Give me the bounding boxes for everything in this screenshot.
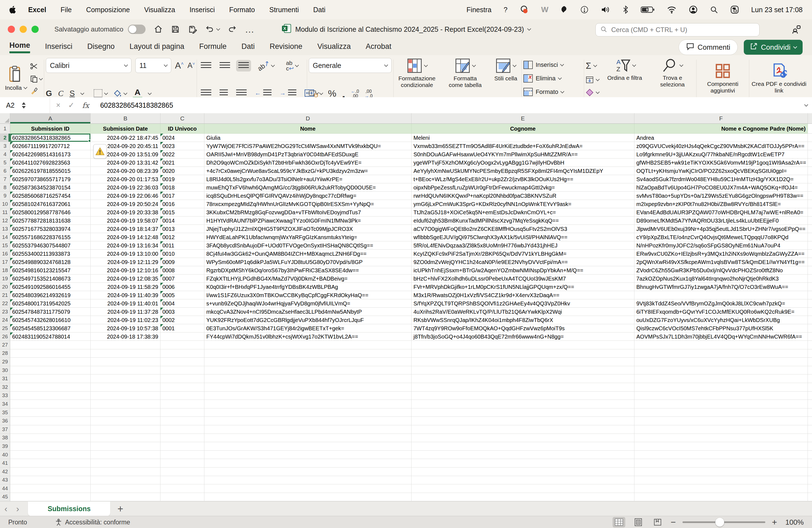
cell[interactable]: Giulia — [204, 134, 411, 142]
cell[interactable]: L8RlJ4d0L5ls2gxvfu7o3ADu/3TsiOlNelr+auUY… — [204, 175, 411, 184]
row-number[interactable]: 4 — [0, 150, 10, 159]
cell[interactable]: 6025571686228376155 — [10, 233, 91, 241]
cell[interactable] — [91, 341, 160, 349]
row-number[interactable]: 15 — [0, 241, 10, 250]
cell[interactable] — [808, 275, 812, 283]
menu-item-dati[interactable]: Dati — [313, 6, 325, 14]
cell[interactable] — [808, 468, 812, 476]
share-profile-icon[interactable] — [792, 25, 801, 34]
cell[interactable]: 9Vtj83kTddZ4Seo/VVfBrymOZgJmQ0okJ8LlXC9c… — [634, 299, 808, 308]
font-size-select[interactable]: 11 — [135, 58, 171, 73]
column-header-b[interactable]: B — [91, 113, 160, 124]
cell[interactable]: 0017 — [160, 192, 204, 200]
cell[interactable] — [634, 451, 808, 459]
accessibility-status[interactable]: Accessibilità: conforme — [55, 518, 130, 526]
row-number[interactable]: 18 — [0, 266, 10, 275]
cell[interactable] — [91, 476, 160, 485]
cell[interactable] — [808, 383, 812, 392]
cell[interactable]: 5fR/oL4fENivDqzaa3/Zl8k5x8UoMn9H776wbJYd… — [411, 241, 634, 250]
cell[interactable] — [91, 417, 160, 425]
cell[interactable] — [204, 459, 411, 468]
share-button[interactable]: Condividi — [744, 40, 802, 55]
cell[interactable] — [634, 442, 808, 451]
cell[interactable]: BhnugHvGTWfmrGJ7iy1zwgaA7jA/fnh7Q/O7cO3r… — [634, 283, 808, 291]
menu-item-inserisci[interactable]: Inserisci — [189, 6, 215, 14]
cell[interactable] — [411, 341, 634, 349]
cell[interactable] — [634, 392, 808, 400]
zoom-slider[interactable] — [682, 522, 765, 523]
cell[interactable]: 2024-09-20 01:17:53 — [91, 175, 160, 184]
cell[interactable]: 2024-09-19 19:58:07 — [91, 217, 160, 225]
row-number[interactable]: 35 — [0, 408, 10, 417]
cell[interactable]: icUPkhTnhEjSsxm+BTrG/w2AqenYOZmbwNMINspD… — [411, 266, 634, 275]
cell[interactable] — [634, 383, 808, 392]
cell[interactable] — [10, 442, 91, 451]
delete-cells-button[interactable]: x Elimina — [523, 74, 582, 83]
row-number[interactable]: 8 — [0, 184, 10, 192]
cell[interactable] — [808, 493, 812, 501]
cell[interactable]: 3KKubxCM2bRMzg8GqFozvwgDDa+vTFbWltoIvEDo… — [204, 208, 411, 217]
cell[interactable] — [204, 408, 411, 417]
row-number[interactable]: 22 — [0, 299, 10, 308]
cell[interactable] — [808, 333, 812, 341]
cell[interactable] — [10, 375, 91, 383]
cell[interactable] — [204, 425, 411, 434]
cell[interactable]: 0008 — [160, 266, 204, 275]
ribbon-tab-visualizza[interactable]: Visualizza — [317, 42, 351, 53]
cell[interactable] — [204, 442, 411, 451]
autosum-icon[interactable]: Σ — [586, 61, 599, 71]
cell[interactable] — [91, 408, 160, 417]
align-top-icon[interactable] — [199, 60, 214, 72]
cell[interactable] — [91, 400, 160, 408]
menu-item-composizione[interactable]: Composizione — [86, 6, 130, 14]
cell[interactable] — [10, 408, 91, 417]
bold-button[interactable]: G — [46, 89, 52, 98]
cell[interactable] — [160, 375, 204, 383]
cell[interactable]: 2024-09-19 11:02:23 — [91, 316, 160, 324]
cell[interactable]: 0001 — [160, 324, 204, 333]
cell[interactable] — [204, 451, 411, 459]
cell[interactable]: 2024-09-19 13:16:34 — [91, 241, 160, 250]
row-number[interactable]: 40 — [0, 451, 10, 459]
cell[interactable] — [634, 493, 808, 501]
cell[interactable]: wfIbbbSgeEJUV/gQi975ClwrqhX3yAX1k/5vUiSl… — [411, 233, 634, 241]
cell[interactable] — [91, 459, 160, 468]
cell[interactable] — [411, 408, 634, 417]
cell[interactable]: 6025970738655717179 — [10, 175, 91, 184]
cell[interactable]: 2024-09-19 11:58:29 — [91, 283, 160, 291]
row-number[interactable]: 36 — [0, 417, 10, 425]
cell[interactable]: 6025491092586016455 — [10, 283, 91, 291]
cell[interactable]: 6026671119917207712 — [10, 142, 91, 150]
row-number[interactable]: 26 — [0, 333, 10, 341]
cell[interactable]: 0E3TunJOs/GrAKW/S3h471GEYj84r2igwBEETxT+… — [204, 324, 411, 333]
cell[interactable] — [160, 333, 204, 341]
cell[interactable]: 9ZO0dmZvWejQYHC1h24caN0P/ie9EE2NVhyDVVct… — [411, 258, 634, 266]
red-badge-app-icon[interactable] — [520, 5, 529, 14]
header-cell[interactable]: Submission ID — [10, 124, 91, 134]
column-header-f[interactable]: F — [634, 113, 808, 124]
minimize-window-button[interactable] — [19, 26, 27, 33]
cell[interactable]: 2024-09-20 08:23:39 — [91, 167, 160, 175]
cell[interactable] — [10, 468, 91, 476]
row-number[interactable]: 28 — [0, 349, 10, 358]
cell[interactable] — [91, 392, 160, 400]
cell[interactable] — [634, 291, 808, 299]
cell[interactable]: 0023 — [160, 142, 204, 150]
cell[interactable] — [160, 484, 204, 493]
cell[interactable] — [808, 124, 812, 134]
cell[interactable]: YUK92FRzYpoEott7dG2CcGBRlgdjjeVuPXb844hf… — [204, 316, 411, 324]
ribbon-tab-layout-di-pagina[interactable]: Layout di pagina — [130, 42, 184, 53]
cell[interactable] — [808, 484, 812, 493]
row-number[interactable]: 21 — [0, 291, 10, 299]
cell[interactable] — [91, 493, 160, 501]
orientation-icon[interactable]: ab↗ — [255, 60, 277, 72]
cell[interactable] — [808, 341, 812, 349]
italic-button[interactable]: C — [58, 89, 63, 98]
menu-clock[interactable]: Lun 23 set 17:08 — [751, 6, 802, 14]
cell[interactable] — [411, 375, 634, 383]
cell[interactable]: 0020 — [160, 167, 204, 175]
cell[interactable] — [10, 357, 91, 366]
cell[interactable] — [808, 208, 812, 217]
cell[interactable]: OARII5JwI+MnVB98dymD41PzT3qbriaY0C04tbAF… — [204, 150, 411, 159]
cell[interactable] — [160, 357, 204, 366]
